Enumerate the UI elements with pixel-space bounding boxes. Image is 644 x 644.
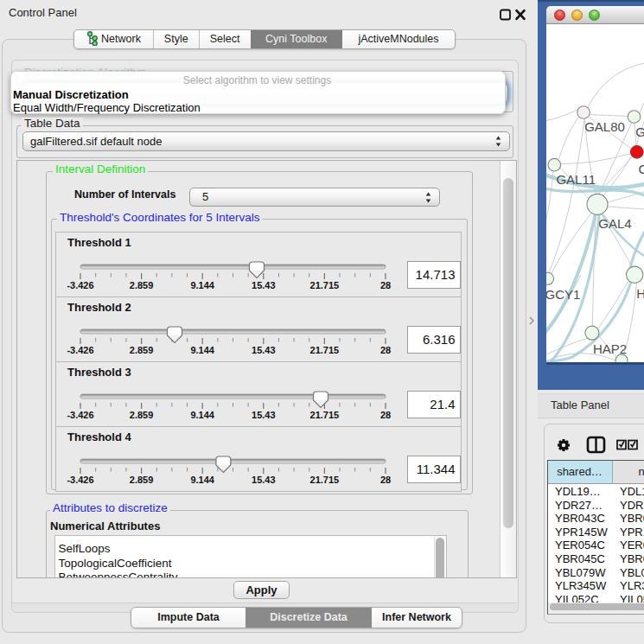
svg-text:15.43: 15.43 xyxy=(252,345,276,355)
svg-text:15.43: 15.43 xyxy=(252,280,276,290)
svg-text:GAL3: GAL3 xyxy=(635,124,644,139)
svg-text:28: 28 xyxy=(380,410,391,420)
svg-text:21.715: 21.715 xyxy=(310,345,340,355)
svg-text:9.144: 9.144 xyxy=(190,345,214,355)
svg-text:CDC3: CDC3 xyxy=(638,162,644,176)
svg-text:GAL11: GAL11 xyxy=(556,172,596,187)
svg-text:GCY1: GCY1 xyxy=(546,287,580,302)
svg-text:2.859: 2.859 xyxy=(130,410,154,420)
svg-text:-3.426: -3.426 xyxy=(67,410,93,420)
svg-text:9.144: 9.144 xyxy=(190,410,214,420)
svg-text:15.43: 15.43 xyxy=(252,475,276,485)
svg-text:9.144: 9.144 xyxy=(190,280,214,290)
svg-text:21.715: 21.715 xyxy=(310,410,340,420)
svg-text:H: H xyxy=(636,286,644,301)
svg-text:28: 28 xyxy=(380,475,391,485)
svg-text:-3.426: -3.426 xyxy=(67,345,93,355)
svg-text:28: 28 xyxy=(380,345,391,355)
svg-text:GAL4: GAL4 xyxy=(598,216,631,231)
svg-text:21.715: 21.715 xyxy=(310,280,340,290)
svg-text:2.859: 2.859 xyxy=(130,280,154,290)
svg-text:15.43: 15.43 xyxy=(252,410,276,420)
svg-text:9.144: 9.144 xyxy=(190,475,214,485)
svg-text:2.859: 2.859 xyxy=(130,475,154,485)
svg-text:-3.426: -3.426 xyxy=(67,280,93,290)
svg-text:21.715: 21.715 xyxy=(310,475,340,485)
svg-text:2.859: 2.859 xyxy=(130,345,154,355)
svg-text:-3.426: -3.426 xyxy=(67,475,93,485)
svg-text:GAL80: GAL80 xyxy=(584,119,625,134)
svg-text:HAP2: HAP2 xyxy=(592,341,626,356)
svg-text:28: 28 xyxy=(380,280,391,290)
